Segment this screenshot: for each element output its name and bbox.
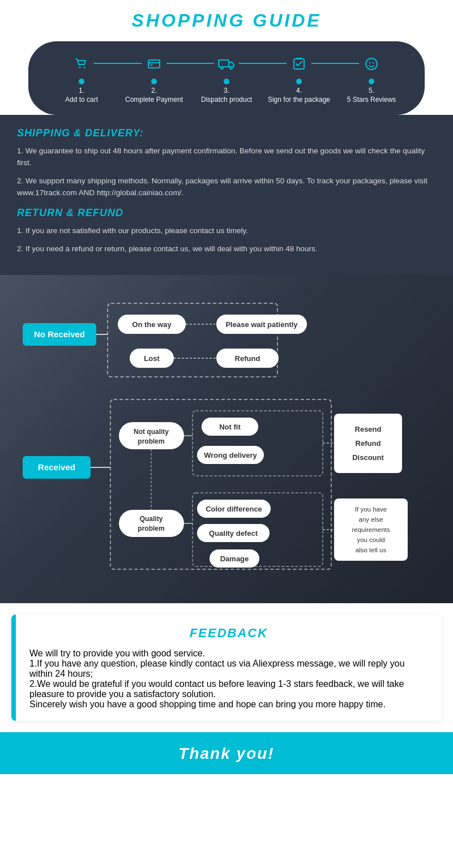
- svg-point-0: [79, 67, 81, 68]
- step-dot-3: [224, 79, 229, 84]
- damage-label: Damage: [220, 555, 249, 563]
- step-dot-5: [369, 79, 374, 84]
- cart-icon: [69, 51, 94, 76]
- thankyou-text: Thank you!: [178, 745, 274, 762]
- svg-text:requirements: requirements: [352, 526, 390, 533]
- svg-point-6: [221, 67, 223, 69]
- please-wait-label: Please wait patiently: [225, 320, 298, 329]
- svg-text:any else: any else: [359, 516, 383, 523]
- wrong-delivery-label: Wrong delivery: [204, 451, 257, 459]
- no-received-label: No Received: [34, 329, 85, 339]
- shipping-point1: 1. We guarantee to ship out 48 hours aft…: [17, 145, 436, 169]
- feedback-tagline: We will try to provide you with good ser…: [29, 648, 428, 659]
- step-dot-2: [151, 79, 157, 84]
- step-label-4: Sign for the package: [268, 96, 330, 105]
- color-diff-label: Color difference: [206, 505, 262, 513]
- feedback-title: FEEDBACK: [29, 626, 428, 641]
- step-5: 5. 5 Stars Reviews: [335, 51, 408, 105]
- refund-point1: 1. If you are not satisfied with our pro…: [17, 225, 436, 237]
- step-3: 3. Dispatch product: [190, 51, 263, 105]
- svg-text:Resend: Resend: [355, 425, 382, 433]
- svg-rect-5: [219, 60, 229, 67]
- shipping-point2: 2. We support many shipping methods. Nor…: [17, 175, 436, 199]
- svg-point-7: [230, 67, 232, 69]
- step-4: 4. Sign for the package: [263, 51, 335, 105]
- svg-rect-26: [119, 510, 184, 537]
- step-label-5: 5 Stars Reviews: [347, 96, 396, 105]
- step-1: 1. Add to cart: [45, 51, 118, 105]
- page-title: SHOPPING GUIDE: [0, 10, 453, 31]
- feedback-card: FEEDBACK We will try to provide you with…: [11, 615, 442, 721]
- step-label-1: Add to cart: [65, 96, 98, 105]
- step-num-4: 4.: [296, 87, 302, 94]
- left-accent-bar: [11, 615, 16, 721]
- steps-bar: 1. Add to cart 2. Complete Payment 3. Di…: [28, 41, 425, 115]
- page-header: SHOPPING GUIDE: [0, 0, 453, 37]
- svg-point-9: [366, 58, 377, 70]
- shipping-title: SHIPPING & DELIVERY:: [17, 127, 436, 139]
- lost-label: Lost: [144, 354, 160, 363]
- feedback-point1: 1.If you have any question, please kindl…: [29, 659, 428, 679]
- step-num-5: 5.: [369, 87, 374, 94]
- flowchart-svg: No Received On the way Please wait patie…: [11, 292, 442, 586]
- quality-defect-label: Quality defect: [209, 529, 258, 538]
- svg-rect-2: [148, 60, 160, 68]
- svg-point-11: [373, 62, 374, 63]
- svg-text:Discount: Discount: [352, 453, 384, 462]
- step-label-3: Dispatch product: [201, 96, 252, 105]
- payment-icon: [142, 51, 166, 76]
- svg-text:Refund: Refund: [356, 439, 381, 448]
- received-label: Received: [38, 462, 75, 472]
- quality-problem-label: problem: [138, 525, 164, 532]
- step-dot-4: [296, 79, 302, 84]
- step-dot-1: [79, 79, 84, 84]
- flowchart-content: No Received On the way Please wait patie…: [0, 275, 453, 603]
- step-2: 2. Complete Payment: [118, 51, 190, 105]
- step-label-2: Complete Payment: [125, 96, 183, 105]
- svg-rect-4: [150, 65, 153, 66]
- step-num-3: 3.: [224, 87, 229, 94]
- thankyou-bar: Thank you!: [0, 732, 453, 774]
- feedback-section: FEEDBACK We will try to provide you with…: [0, 615, 453, 721]
- refund-point2: 2. If you need a refund or return, pleas…: [17, 243, 436, 255]
- svg-text:Not quality: Not quality: [134, 428, 169, 436]
- truck-icon: [214, 51, 239, 76]
- on-the-way-label: On the way: [132, 320, 172, 329]
- refund-label: Refund: [235, 354, 260, 363]
- not-quality-label: problem: [138, 437, 164, 445]
- not-fit-label: Not fit: [219, 423, 241, 431]
- feedback-wrapper: FEEDBACK We will try to provide you with…: [11, 615, 442, 721]
- feedback-sincerely: Sincerely wish you have a good shopping …: [29, 699, 428, 710]
- shipping-section: SHIPPING & DELIVERY: 1. We guarantee to …: [0, 115, 453, 276]
- feedback-point2: 2.We would be grateful if you would cont…: [29, 679, 428, 699]
- refund-title: RETURN & REFUND: [17, 207, 436, 219]
- svg-point-1: [84, 67, 86, 68]
- else-requirements-label: also tell us: [356, 547, 387, 553]
- svg-point-10: [369, 62, 370, 63]
- svg-text:If you have: If you have: [355, 506, 387, 513]
- clipboard-icon: [287, 51, 311, 76]
- flowchart-section: No Received On the way Please wait patie…: [0, 275, 453, 603]
- svg-text:you could: you could: [357, 536, 384, 543]
- smile-icon: [359, 51, 384, 76]
- step-num-2: 2.: [151, 87, 157, 94]
- svg-text:Quality: Quality: [140, 515, 163, 523]
- step-num-1: 1.: [79, 87, 84, 94]
